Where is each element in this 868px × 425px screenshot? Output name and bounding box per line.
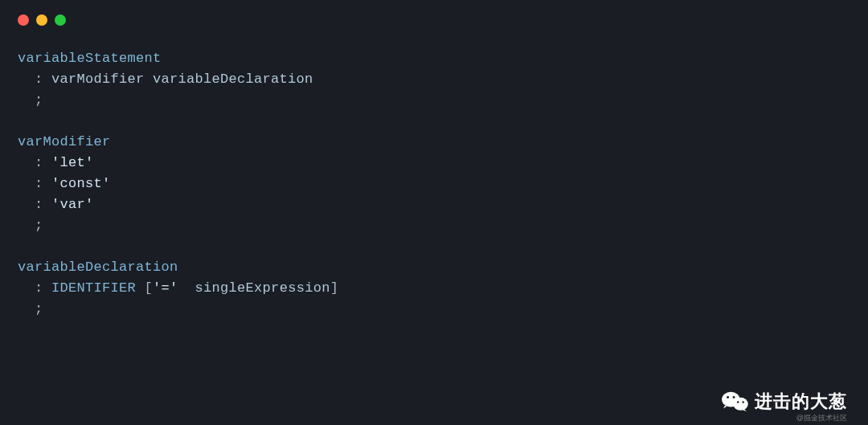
watermark-sub: @掘金技术社区 [796,413,847,423]
wechat-icon [721,390,748,413]
svg-point-3 [733,396,735,398]
code-line: : varModifier variableDeclaration [18,69,850,90]
close-window-dot[interactable] [18,14,29,26]
code-line: : IDENTIFIER ['=' singleExpression] [18,278,850,299]
code-line: ; [18,90,850,111]
window-controls [0,0,868,26]
svg-point-2 [727,396,729,398]
svg-point-1 [733,398,748,411]
code-line: variableDeclaration [18,257,850,278]
code-line: varModifier [18,132,850,153]
code-line: : 'var' [18,194,850,215]
code-line: ; [18,299,850,320]
code-line [18,236,850,257]
code-line: : 'let' [18,153,850,174]
code-line: variableStatement [18,48,850,69]
code-line [18,111,850,132]
svg-point-4 [737,401,739,403]
minimize-window-dot[interactable] [36,14,47,26]
svg-point-5 [743,401,744,403]
maximize-window-dot[interactable] [55,14,66,26]
code-area: variableStatement : varModifier variable… [0,26,868,320]
watermark-text: 进击的大葱 [755,390,847,414]
watermark: 进击的大葱 [721,390,847,414]
code-line: ; [18,215,850,236]
code-line: : 'const' [18,174,850,194]
